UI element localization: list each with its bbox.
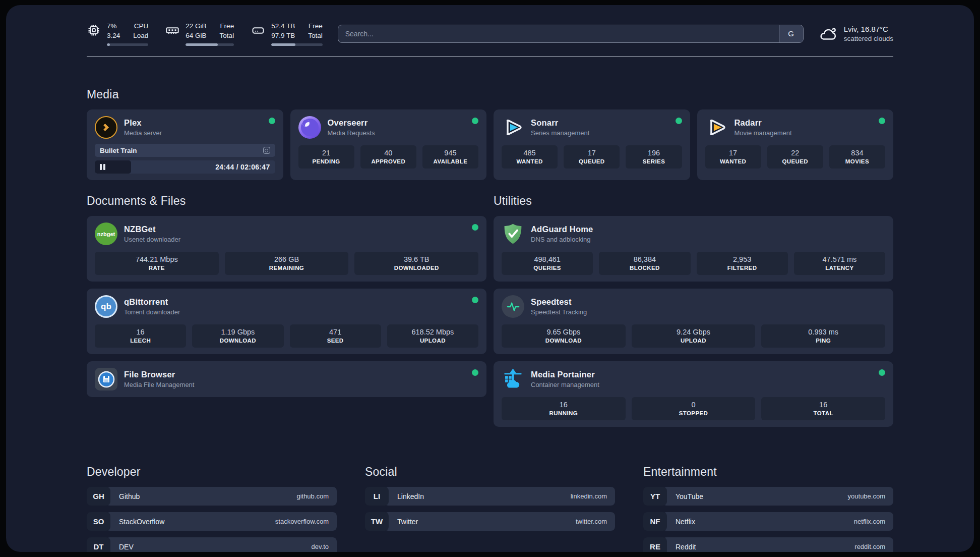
stat-tile: 9.65 Gbps DOWNLOAD: [502, 324, 626, 348]
bookmark-netflix[interactable]: NF Netflix netflix.com: [643, 512, 893, 531]
status-dot: [472, 369, 478, 376]
storage-widget: 52.4 TB 97.9 TB Free Total: [251, 21, 323, 46]
memory-total-value: 64 GiB: [186, 31, 206, 40]
stat-tile: 0 STOPPED: [632, 397, 756, 420]
app-name: Overseerr: [328, 118, 375, 128]
app-description: Speedtest Tracking: [531, 308, 587, 316]
stat-tile: 2,953 FILTERED: [697, 252, 788, 275]
stat-tile: 0.993 ms PING: [761, 324, 885, 348]
disk-icon: [251, 23, 265, 37]
status-dot: [269, 118, 275, 124]
app-description: Container management: [531, 381, 599, 388]
app-card-adguard[interactable]: AdGuard Home DNS and adblocking 498,461 …: [494, 216, 893, 282]
search-bar: G: [338, 25, 804, 43]
bookmark-dev[interactable]: DT DEV dev.to: [87, 537, 337, 552]
app-description: Media Requests: [328, 129, 375, 137]
filebrowser-logo-icon: [95, 368, 117, 391]
app-name: Sonarr: [531, 118, 589, 128]
bookmark-url: dev.to: [312, 543, 329, 550]
stat-tile: 834 MOVIES: [829, 145, 885, 169]
search-input[interactable]: [338, 25, 779, 42]
pause-icon[interactable]: [100, 164, 105, 170]
app-card-plex[interactable]: Plex Media server Bullet Train 24:44 /: [87, 109, 283, 180]
status-dot: [472, 297, 478, 303]
portainer-logo-icon: [502, 368, 524, 391]
section-social: Social LI LinkedIn linkedin.com TW Twitt…: [365, 465, 615, 552]
sonarr-logo-icon: [502, 116, 524, 139]
stat-tile: 9.24 Gbps UPLOAD: [632, 324, 756, 348]
bookmark-abbr: SO: [87, 512, 110, 531]
bookmark-abbr: RE: [643, 537, 667, 552]
bookmark-abbr: DT: [87, 537, 110, 552]
storage-progress-bar: [271, 43, 323, 46]
section-developer: Developer GH Github github.com SO StackO…: [87, 465, 337, 552]
cloud-icon: [819, 26, 838, 41]
stat-tile: 1.19 Gbps DOWNLOAD: [192, 324, 283, 348]
bookmark-name: Github: [119, 492, 140, 500]
section-title-utilities: Utilities: [494, 194, 893, 208]
playback-progress-bar[interactable]: 24:44 / 02:06:47: [95, 160, 275, 174]
storage-free-label: Free: [308, 21, 323, 31]
bookmark-github[interactable]: GH Github github.com: [87, 487, 337, 506]
app-name: Media Portainer: [531, 370, 599, 379]
section-title-documents: Documents & Files: [87, 194, 486, 208]
app-card-sonarr[interactable]: Sonarr Series management 485 WANTED 17 Q…: [494, 109, 690, 180]
bookmark-url: stackoverflow.com: [275, 518, 329, 525]
cpu-load-value: 3.24: [107, 31, 120, 40]
app-card-overseerr[interactable]: Overseerr Media Requests 21 PENDING 40 A…: [290, 109, 487, 180]
bookmark-name: StackOverflow: [119, 518, 164, 526]
section-title-media: Media: [87, 88, 893, 101]
bookmark-name: Reddit: [676, 543, 696, 551]
stat-tile: 744.21 Mbps RATE: [95, 252, 219, 275]
app-card-speedtest[interactable]: Speedtest Speedtest Tracking 9.65 Gbps D…: [494, 289, 893, 354]
bookmark-linkedin[interactable]: LI LinkedIn linkedin.com: [365, 487, 615, 506]
plex-now-playing: Bullet Train 24:44 / 02:06:47: [95, 144, 275, 174]
stat-tile: 196 SERIES: [626, 145, 682, 169]
bookmark-abbr: NF: [643, 512, 667, 531]
cpu-percent: 7%: [107, 21, 120, 31]
bookmark-twitter[interactable]: TW Twitter twitter.com: [365, 512, 615, 531]
storage-free-value: 52.4 TB: [271, 21, 295, 31]
stat-tile: 47.571 ms LATENCY: [794, 252, 885, 275]
stat-tile: 498,461 QUERIES: [502, 252, 593, 275]
stat-tile: 86,384 BLOCKED: [599, 252, 690, 275]
app-card-radarr[interactable]: Radarr Movie management 17 WANTED 22 QUE…: [697, 109, 894, 180]
weather-condition: scattered clouds: [844, 34, 893, 43]
stat-tile: 266 GB REMAINING: [225, 252, 349, 275]
status-dot: [472, 224, 478, 231]
bookmark-stackoverflow[interactable]: SO StackOverflow stackoverflow.com: [87, 512, 337, 531]
stat-tile: 16 LEECH: [95, 324, 186, 348]
stat-tile: 22 QUEUED: [767, 145, 823, 169]
bookmark-name: Netflix: [676, 518, 695, 526]
speedtest-logo-icon: [502, 295, 524, 318]
app-card-filebrowser[interactable]: File Browser Media File Management: [87, 361, 486, 397]
bookmark-youtube[interactable]: YT YouTube youtube.com: [643, 487, 893, 506]
bookmark-name: YouTube: [676, 492, 703, 500]
app-description: Movie management: [734, 129, 792, 137]
app-description: Usenet downloader: [124, 236, 180, 243]
bookmark-url: netflix.com: [854, 518, 885, 525]
dashboard-page: 7% 3.24 CPU Load: [6, 5, 974, 552]
app-name: Speedtest: [531, 297, 587, 307]
cpu-load-label: Load: [133, 31, 148, 40]
app-card-qbittorrent[interactable]: qb qBittorrent Torrent downloader 16 LEE…: [87, 289, 486, 354]
app-card-portainer[interactable]: Media Portainer Container management 16 …: [494, 361, 893, 427]
app-name: File Browser: [124, 370, 194, 379]
cpu-progress-bar: [107, 43, 148, 46]
app-card-nzbget[interactable]: nzbget NZBGet Usenet downloader 744.21 M…: [87, 216, 486, 282]
app-description: Torrent downloader: [124, 308, 180, 316]
cpu-widget: 7% 3.24 CPU Load: [87, 21, 148, 46]
search-engine-button[interactable]: G: [779, 25, 803, 42]
bookmark-abbr: GH: [87, 487, 110, 506]
app-name: Radarr: [734, 118, 792, 128]
section-utilities: Utilities: [494, 194, 893, 427]
section-entertainment: Entertainment YT YouTube youtube.com NF …: [643, 465, 893, 552]
bookmark-reddit[interactable]: RE Reddit reddit.com: [643, 537, 893, 552]
section-title-entertainment: Entertainment: [643, 465, 893, 479]
radarr-logo-icon: [705, 116, 728, 139]
status-dot: [879, 118, 885, 124]
bookmark-name: DEV: [119, 543, 134, 551]
section-title-developer: Developer: [87, 465, 337, 479]
bookmark-abbr: YT: [643, 487, 667, 506]
top-bar: 7% 3.24 CPU Load: [6, 5, 974, 46]
